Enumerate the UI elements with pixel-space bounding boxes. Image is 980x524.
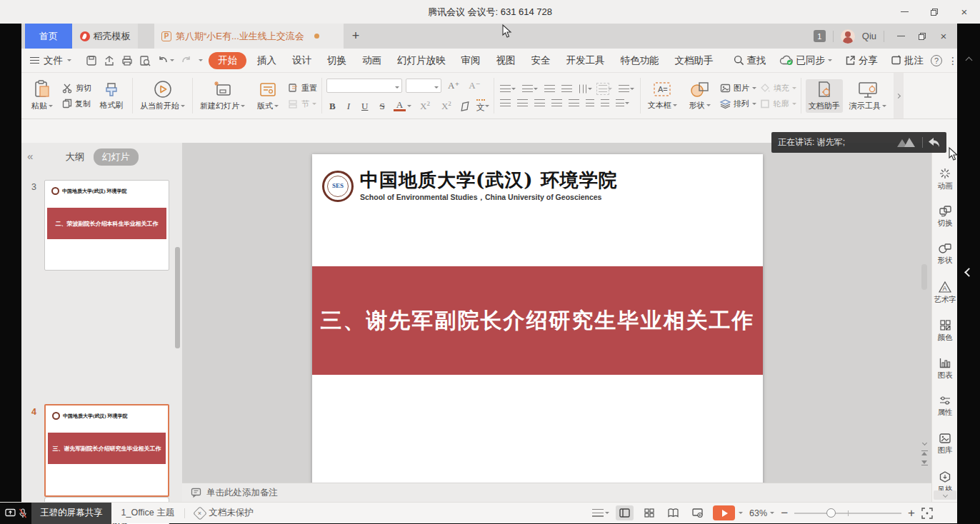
wps-close-button[interactable]: ×	[934, 29, 953, 44]
comment-button[interactable]: 批注	[885, 54, 929, 67]
file-menu[interactable]: 文件	[29, 54, 74, 67]
theme-status[interactable]: 1_Office 主题	[111, 507, 185, 519]
justify-icon[interactable]	[551, 99, 562, 107]
doc-assistant-button[interactable]: 文档助手	[806, 79, 843, 113]
menu-item-insert[interactable]: 插入	[249, 54, 284, 67]
sidebar-item-animation[interactable]: 动画	[932, 168, 958, 191]
font-color-button[interactable]: A	[394, 101, 406, 111]
sync-status-button[interactable]: 已同步	[774, 54, 839, 67]
menu-item-devtools[interactable]: 开发工具	[559, 54, 613, 67]
toolbar-more-strip[interactable]	[894, 73, 904, 119]
bold-button[interactable]: B	[326, 101, 339, 112]
meeting-minimize-button[interactable]	[894, 4, 914, 21]
distribute-icon[interactable]	[569, 99, 579, 107]
para-space-before-icon[interactable]	[586, 99, 594, 107]
slide-thumbnail-3[interactable]: 中国地质大学(武汉) 环境学院 二、荣波副院长介绍本科生毕业相关工作	[44, 180, 169, 271]
sidebar-item-wordart[interactable]: A 艺术字	[932, 281, 958, 305]
menu-item-security[interactable]: 安全	[524, 54, 559, 67]
screen-share-icon[interactable]	[5, 508, 16, 518]
zoom-level[interactable]: 63%	[749, 508, 774, 518]
align-right-icon[interactable]	[534, 99, 545, 107]
underline-button[interactable]: U	[359, 101, 371, 112]
tab-outline[interactable]: 大纲	[66, 151, 85, 163]
collapse-ribbon-button[interactable]	[966, 57, 973, 64]
meeting-panel-collapse-button[interactable]	[966, 266, 972, 278]
font-name-select[interactable]	[326, 79, 402, 93]
notes-bar[interactable]: 单击此处添加备注	[182, 483, 931, 502]
para-spacing-button[interactable]	[616, 99, 629, 107]
sidebar-item-shapes[interactable]: 形状	[932, 243, 958, 266]
notes-toggle-button[interactable]	[592, 509, 609, 517]
italic-button[interactable]: I	[344, 101, 353, 112]
reset-button[interactable]: 重置	[288, 83, 317, 94]
section-button[interactable]: 节	[288, 99, 317, 109]
outline-button[interactable]: 轮廓	[760, 99, 796, 109]
increase-indent-icon[interactable]	[561, 85, 572, 93]
view-slideshow-button[interactable]	[689, 505, 706, 520]
new-slide-button[interactable]: 新建幻灯片	[197, 79, 248, 113]
zoom-in-button[interactable]: +	[908, 507, 915, 519]
font-size-select[interactable]	[406, 79, 441, 93]
task-count-badge[interactable]: 1	[814, 30, 826, 42]
print-icon[interactable]	[121, 55, 133, 66]
wps-minimize-button[interactable]	[891, 29, 910, 44]
sidebar-item-colors[interactable]: 颜色	[932, 320, 958, 343]
output-icon[interactable]	[104, 55, 115, 66]
menu-item-home[interactable]: 开始	[209, 52, 246, 69]
help-button[interactable]: ?	[931, 55, 942, 66]
textbox-button[interactable]: A= 文本框	[645, 79, 680, 112]
collapse-panel-button[interactable]: «	[27, 150, 32, 162]
previous-slide-button[interactable]	[921, 450, 928, 455]
zoom-out-button[interactable]: −	[781, 507, 788, 519]
play-slideshow-button[interactable]	[713, 505, 735, 520]
user-name[interactable]: Qiu	[862, 31, 876, 41]
sidebar-expand-button[interactable]	[934, 490, 956, 500]
view-normal-button[interactable]	[616, 505, 634, 520]
fill-button[interactable]: 填充	[760, 83, 796, 94]
text-direction-button[interactable]	[579, 85, 592, 93]
tab-document[interactable]: P 第八期“小E有...业生线上交流会	[154, 24, 344, 49]
sidebar-item-gallery[interactable]: 图库	[932, 433, 958, 455]
chevron-down-icon[interactable]	[739, 512, 743, 516]
shapes-button[interactable]: 形状	[684, 79, 716, 112]
arrange-button[interactable]: 排列	[720, 99, 756, 109]
format-painter-button[interactable]: 格式刷	[95, 79, 128, 112]
decrease-font-button[interactable]: A⁻	[466, 80, 483, 91]
meeting-close-button[interactable]: ×	[954, 4, 974, 21]
meeting-restore-button[interactable]	[924, 4, 944, 21]
present-tools-button[interactable]: 演示工具	[846, 79, 889, 113]
qat-customize-icon[interactable]	[199, 59, 203, 64]
next-slide-button[interactable]	[921, 460, 928, 466]
panel-scrollbar-thumb[interactable]	[175, 247, 180, 348]
align-center-icon[interactable]	[517, 99, 528, 107]
new-tab-button[interactable]: +	[344, 24, 368, 49]
undo-button[interactable]	[157, 56, 174, 66]
user-avatar[interactable]	[841, 29, 855, 44]
clear-format-icon[interactable]	[460, 101, 471, 111]
back-arrow-icon[interactable]	[928, 137, 940, 148]
pinyin-button[interactable]: 文	[476, 99, 489, 114]
menu-item-view[interactable]: 视图	[489, 54, 524, 67]
bullet-list-button[interactable]	[500, 85, 516, 93]
sidebar-item-charts[interactable]: 图表	[932, 358, 958, 381]
decrease-indent-icon[interactable]	[544, 85, 555, 93]
menu-item-review[interactable]: 审阅	[454, 54, 489, 67]
sidebar-item-properties[interactable]: 属性	[932, 395, 958, 418]
menu-item-design[interactable]: 设计	[284, 54, 319, 67]
zoom-slider[interactable]	[794, 508, 901, 518]
line-spacing-button[interactable]	[619, 85, 634, 93]
protection-status[interactable]: × 文档未保护	[185, 507, 264, 519]
align-left-icon[interactable]	[500, 99, 511, 107]
copy-button[interactable]: 复制	[62, 99, 91, 109]
save-icon[interactable]	[86, 55, 97, 66]
share-button[interactable]: 分享	[839, 54, 884, 67]
slide-thumbnail-4-selected[interactable]: 中国地质大学(武汉) 环境学院 三、谢先军副院长介绍研究生毕业相关工作	[44, 404, 169, 497]
view-reading-button[interactable]	[664, 505, 682, 520]
scroll-down-icon[interactable]	[921, 440, 926, 445]
fit-to-window-icon[interactable]	[921, 508, 933, 519]
wps-restore-button[interactable]	[913, 29, 931, 44]
paste-button[interactable]: 粘贴	[26, 79, 59, 113]
strikethrough-button[interactable]: S	[376, 101, 387, 112]
slider-knob[interactable]	[826, 508, 836, 518]
menu-item-animation[interactable]: 动画	[354, 54, 389, 67]
